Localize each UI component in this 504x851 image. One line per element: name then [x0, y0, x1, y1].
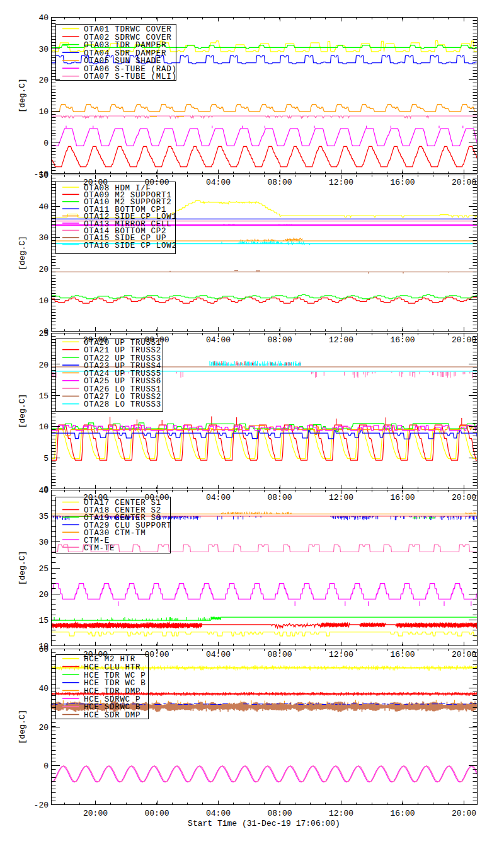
svg-text:20: 20 [38, 265, 49, 274]
svg-text:20:00: 20:00 [83, 809, 108, 818]
svg-text:15: 15 [38, 616, 49, 625]
svg-text:Start Time (31-Dec-19 17:06:00: Start Time (31-Dec-19 17:06:00) [188, 819, 340, 828]
svg-text:20: 20 [38, 361, 49, 370]
svg-text:60: 60 [38, 645, 49, 654]
svg-text:[deg.C]: [deg.C] [18, 551, 27, 586]
svg-text:OTA16 SIDE CP LOW2: OTA16 SIDE CP LOW2 [84, 241, 177, 250]
svg-text:00:00: 00:00 [144, 809, 169, 818]
svg-text:40: 40 [38, 13, 49, 23]
svg-text:16:00: 16:00 [390, 178, 415, 187]
svg-text:20: 20 [38, 723, 49, 732]
svg-text:-20: -20 [34, 801, 49, 810]
svg-text:30: 30 [38, 233, 49, 243]
svg-text:OTA07 S-TUBE (MLI): OTA07 S-TUBE (MLI) [84, 72, 177, 81]
svg-text:08:00: 08:00 [267, 493, 292, 502]
svg-text:12:00: 12:00 [329, 493, 353, 502]
svg-text:40: 40 [38, 684, 49, 693]
svg-text:35: 35 [38, 512, 49, 521]
svg-text:[deg.C]: [deg.C] [18, 710, 27, 744]
svg-text:HCE SDR DMP: HCE SDR DMP [84, 711, 140, 720]
svg-text:04:00: 04:00 [206, 178, 231, 187]
svg-text:30: 30 [38, 45, 49, 54]
svg-text:10: 10 [38, 296, 49, 306]
svg-text:08:00: 08:00 [267, 809, 292, 818]
svg-text:5: 5 [43, 454, 49, 463]
svg-text:15: 15 [38, 391, 49, 401]
svg-text:25: 25 [38, 564, 49, 574]
svg-text:50: 50 [38, 171, 49, 180]
svg-text:40: 40 [38, 202, 49, 212]
svg-text:0: 0 [43, 139, 49, 148]
svg-text:16:00: 16:00 [390, 809, 415, 818]
svg-text:CTM-TE: CTM-TE [84, 544, 115, 553]
svg-text:25: 25 [38, 329, 49, 339]
svg-text:20: 20 [38, 590, 49, 599]
svg-text:40: 40 [38, 486, 49, 495]
svg-text:12:00: 12:00 [329, 809, 353, 818]
svg-text:[deg.C]: [deg.C] [18, 236, 27, 270]
svg-text:10: 10 [38, 422, 49, 432]
svg-text:10: 10 [38, 107, 49, 117]
svg-text:20:00: 20:00 [452, 178, 476, 187]
svg-text:0: 0 [43, 761, 49, 771]
svg-text:12:00: 12:00 [329, 178, 353, 187]
svg-text:04:00: 04:00 [206, 493, 231, 502]
svg-text:16:00: 16:00 [390, 493, 415, 502]
svg-text:30: 30 [38, 538, 49, 547]
svg-text:08:00: 08:00 [267, 178, 292, 187]
svg-text:04:00: 04:00 [206, 809, 231, 818]
svg-text:OTA28 LO TRUSS3: OTA28 LO TRUSS3 [84, 400, 161, 409]
svg-text:20:00: 20:00 [452, 809, 476, 818]
svg-text:[deg.C]: [deg.C] [18, 78, 27, 113]
svg-text:20: 20 [38, 76, 49, 85]
svg-text:20:00: 20:00 [452, 493, 476, 502]
svg-text:[deg.C]: [deg.C] [18, 394, 27, 429]
